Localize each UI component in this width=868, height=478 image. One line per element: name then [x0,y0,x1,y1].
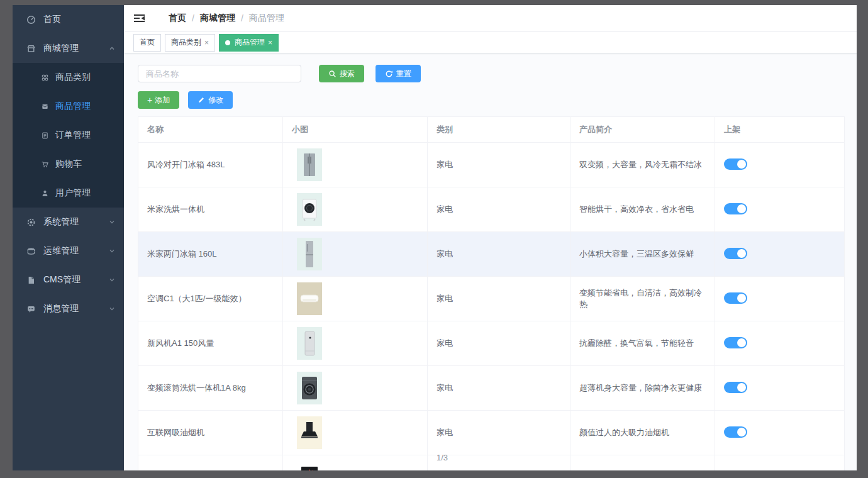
sidebar-item-mall[interactable]: 商城管理 [13,34,124,63]
column-header-thumb: 小图 [283,117,428,143]
tab-product-category[interactable]: 商品类别 × [165,34,215,52]
column-header-intro: 产品简介 [570,117,715,143]
order-icon [40,131,49,140]
product-thumbnail-washer-white [297,193,322,226]
sidebar-item-system-management[interactable]: 系统管理 [13,208,124,236]
chevron-up-icon [108,44,116,53]
dashboard-icon [26,14,36,25]
search-button[interactable]: 搜索 [319,65,364,82]
main-area: 首页 / 商城管理 / 商品管理 首页 商品类别 × 商品管理 × [124,5,857,470]
table-row[interactable]: 新风机A1 150风量 家电 抗霾除醛，换气富氧，节能轻音 [138,321,845,366]
sidebar-item-label: 用户管理 [55,187,116,199]
search-button-label: 搜索 [340,69,355,79]
product-name-input[interactable] [138,65,301,82]
sidebar-fold-icon[interactable] [133,13,147,24]
tab-home[interactable]: 首页 [133,34,161,52]
tab-product-management[interactable]: 商品管理 × [219,34,279,52]
sidebar-item-shopping-cart[interactable]: 购物车 [13,150,124,179]
tab-label: 首页 [140,37,155,48]
table-row[interactable]: 游戏本2019款 笔记本 游戏本2019款 [138,455,845,471]
sidebar-item-product-management[interactable]: 商品管理 [13,92,124,121]
page-content: 搜索 重置 + 添加 修改 [124,53,857,470]
table-row[interactable]: 空调C1（大1匹/一级能效） 家电 变频节能省电，自清洁，高效制冷热 [138,277,845,321]
breadcrumb-separator: / [192,13,194,23]
on-shelf-toggle[interactable] [724,248,747,259]
column-header-category: 类别 [428,117,570,143]
on-shelf-toggle[interactable] [724,337,747,348]
on-shelf-toggle[interactable] [724,382,747,393]
sidebar-item-home[interactable]: 首页 [13,5,124,34]
tab-label: 商品管理 [235,37,265,48]
product-intro: 颜值过人的大吸力油烟机 [570,411,715,455]
product-intro: 游戏本2019款 [570,455,715,471]
action-toolbar: + 添加 修改 [138,91,845,109]
sidebar-item-label: 商品类别 [55,72,116,83]
table-row[interactable]: 米家洗烘一体机 家电 智能烘干，高效净衣，省水省电 [138,187,845,232]
server-icon [26,246,36,256]
table-row[interactable]: 米家两门冰箱 160L 家电 小体积大容量，三温区多效保鲜 [138,232,845,277]
user-icon [40,189,49,197]
sidebar-item-product-category[interactable]: 商品类别 [13,63,124,92]
product-thumbnail-air-conditioner [297,282,322,315]
product-name: 米家两门冰箱 160L [138,232,283,277]
tab-label: 商品类别 [171,37,201,48]
chevron-down-icon [108,304,116,313]
refresh-icon [385,70,393,78]
search-toolbar: 搜索 重置 [138,65,845,82]
product-thumbnail-washer-dark [297,372,322,404]
table-row[interactable]: 变频滚筒洗烘一体机1A 8kg 家电 超薄机身大容量，除菌净衣更健康 [138,366,845,411]
edit-button-label: 修改 [208,95,223,106]
product-thumbnail-gaming-laptop [297,461,322,470]
mall-submenu: 商品类别 商品管理 订单管理 购物车 [13,63,124,208]
on-shelf-toggle[interactable] [724,158,747,170]
column-header-name: 名称 [138,117,283,143]
product-category: 家电 [428,321,570,366]
product-category: 家电 1/3 [428,411,570,455]
product-category: 笔记本 [428,455,570,471]
reset-button-label: 重置 [396,69,411,79]
product-name: 新风机A1 150风量 [138,321,283,366]
close-icon[interactable]: × [268,39,272,47]
product-name: 互联网吸油烟机 [138,411,283,455]
sidebar-item-label: 商品管理 [55,101,116,112]
product-category: 家电 [428,187,570,232]
chevron-down-icon [108,218,116,226]
sidebar-item-label: 首页 [43,14,116,25]
product-intro: 变频节能省电，自清洁，高效制冷热 [570,277,715,321]
close-icon[interactable]: × [204,39,209,47]
grid-icon [40,73,49,82]
product-intro: 超薄机身大容量，除菌净衣更健康 [570,366,715,411]
active-dot [225,40,230,45]
product-name: 风冷对开门冰箱 483L [138,143,283,187]
top-navbar: 首页 / 商城管理 / 商品管理 [124,5,857,32]
plus-icon: + [147,96,152,104]
breadcrumb-mall[interactable]: 商城管理 [200,13,235,24]
sidebar-item-order-management[interactable]: 订单管理 [13,121,124,150]
on-shelf-toggle[interactable] [724,292,747,304]
gear-icon [26,217,36,227]
on-shelf-toggle[interactable] [724,203,747,214]
reset-button[interactable]: 重置 [376,65,421,82]
sidebar-item-cms-management[interactable]: CMS管理 [13,265,124,294]
sidebar-item-user-management[interactable]: 用户管理 [13,179,124,208]
breadcrumb-separator: / [241,13,243,23]
table-row[interactable]: 互联网吸油烟机 家电 1/3 颜值过人的大吸力油烟机 [138,411,845,455]
sidebar: 首页 商城管理 商品类别 商品管理 [13,5,124,470]
sidebar-item-label: CMS管理 [43,274,108,286]
shop-icon [26,43,36,53]
edit-button[interactable]: 修改 [188,91,233,109]
sidebar-item-label: 商城管理 [43,43,108,54]
breadcrumb-current: 商品管理 [249,13,284,24]
sidebar-item-message-management[interactable]: 消息管理 [13,294,124,323]
search-icon [328,70,337,78]
on-shelf-toggle[interactable] [724,426,747,438]
breadcrumb-home[interactable]: 首页 [169,13,186,24]
sidebar-item-label: 系统管理 [43,216,108,228]
product-category: 家电 [428,143,570,187]
table-row[interactable]: 风冷对开门冰箱 483L 家电 双变频，大容量，风冷无霜不结冰 [138,143,845,187]
add-button[interactable]: + 添加 [138,91,179,109]
column-header-on-shelf: 上架 [715,117,845,143]
sidebar-item-label: 购物车 [55,158,116,170]
add-button-label: 添加 [155,95,170,106]
sidebar-item-ops-management[interactable]: 运维管理 [13,236,124,265]
